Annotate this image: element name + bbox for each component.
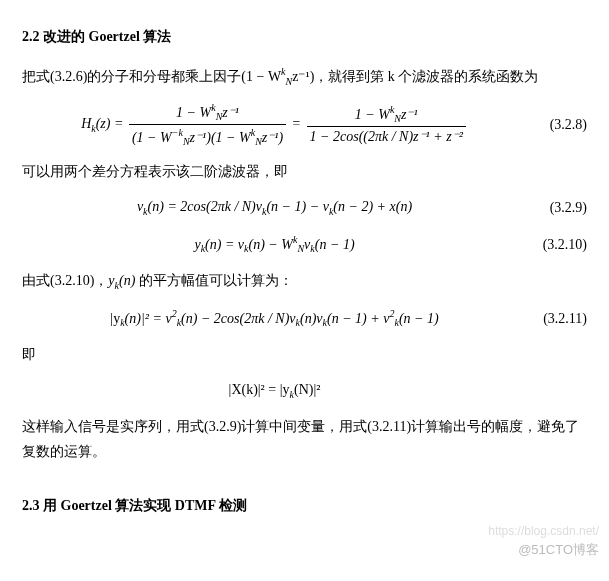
equation-final: |X(k)|² = |yk(N)|² xyxy=(22,377,527,404)
eq328-num2-sub: N xyxy=(394,113,401,124)
eq3211-lhs: |y xyxy=(110,310,120,325)
eq328-frac1: 1 − WkNz⁻¹ (1 − W−kNz⁻¹)(1 − WkNz⁻¹) xyxy=(129,101,286,149)
equation-3-2-9-row: vk(n) = 2cos(2πk / N)vk(n − 1) − vk(n − … xyxy=(22,194,587,221)
eq3211-b4: (n − 1) xyxy=(399,310,439,325)
eqf-e: (N)|² xyxy=(294,382,320,397)
eq3211-b1: (n) − 2cos(2πk / N)v xyxy=(181,310,295,325)
eqf-t: |X(k)|² = |y xyxy=(229,382,290,397)
equation-3-2-10: yk(n) = vk(n) − WkNvk(n − 1) xyxy=(22,231,527,258)
section-2-2-heading: 2.2 改进的 Goertzel 算法 xyxy=(22,24,587,49)
eq328-lhs-arg: (z) = xyxy=(96,116,127,131)
eq328-lhs: H xyxy=(81,116,91,131)
section-2-3-heading: 2.3 用 Goertzel 算法实现 DTMF 检测 xyxy=(22,493,587,518)
eq328-den1a-sub: N xyxy=(183,137,190,148)
para-p5: 这样输入信号是实序列，用式(3.2.9)计算中间变量，用式(3.2.11)计算输… xyxy=(22,414,587,464)
para-p3: 由式(3.2.10)，yk(n) 的平方幅值可以计算为： xyxy=(22,268,587,295)
eq328-den1b-sub: N xyxy=(255,137,262,148)
equation-3-2-11-row: |yk(n)|² = v2k(n) − 2cos(2πk / N)vk(n)vk… xyxy=(22,305,587,332)
equation-3-2-11: |yk(n)|² = v2k(n) − 2cos(2πk / N)vk(n)vk… xyxy=(22,305,527,332)
p1-a: 把式(3.2.6)的分子和分母都乘上因子 xyxy=(22,69,241,84)
p1-factor: (1 − W xyxy=(241,69,281,84)
eq329-b1: (n) = 2cos(2πk / N)v xyxy=(148,199,262,214)
eq329-b3: (n − 2) + x(n) xyxy=(333,199,412,214)
eq328-num2: 1 − W xyxy=(355,106,390,121)
eq3211-b3: (n − 1) + v xyxy=(327,310,389,325)
p3ya: (n) xyxy=(119,273,135,288)
p3a: 由式(3.2.10)， xyxy=(22,273,108,288)
eq3210-b1: (n) = v xyxy=(205,236,244,251)
eq328-den2: 1 − 2cos((2πk / N)z⁻¹ + z⁻² xyxy=(307,127,466,146)
eq328-den1a-sup: −k xyxy=(172,127,183,138)
eq3210-b2: (n) − W xyxy=(249,236,293,251)
equation-3-2-8-row: Hk(z) = 1 − WkNz⁻¹ (1 − W−kNz⁻¹)(1 − WkN… xyxy=(22,101,587,149)
equation-3-2-8: Hk(z) = 1 − WkNz⁻¹ (1 − W−kNz⁻¹)(1 − WkN… xyxy=(22,101,527,149)
equation-3-2-8-number: (3.2.8) xyxy=(527,112,587,137)
eq328-num1-end: z⁻¹ xyxy=(222,104,239,119)
p1-b: ，就得到第 k 个滤波器的系统函数为 xyxy=(314,69,538,84)
eq328-den1a: (1 − W xyxy=(132,130,172,145)
para-p4: 即 xyxy=(22,342,587,367)
equation-3-2-10-row: yk(n) = vk(n) − WkNvk(n − 1) (3.2.10) xyxy=(22,231,587,258)
watermark-51cto: @51CTO博客 xyxy=(518,538,599,550)
eq328-num1: 1 − W xyxy=(176,104,211,119)
eq3211-b2: (n)v xyxy=(300,310,323,325)
watermark-csdn: https://blog.csdn.net/ xyxy=(488,521,599,543)
p3b: 的平方幅值可以计算为： xyxy=(135,273,293,288)
eq328-den1b-end: z⁻¹) xyxy=(262,130,283,145)
para-p2: 可以用两个差分方程表示该二阶滤波器，即 xyxy=(22,159,587,184)
equation-3-2-9: vk(n) = 2cos(2πk / N)vk(n − 1) − vk(n − … xyxy=(22,194,527,221)
eq3210-b4: (n − 1) xyxy=(315,236,355,251)
eq328-den1a-end: z⁻¹)(1 − W xyxy=(190,130,251,145)
para-intro: 把式(3.2.6)的分子和分母都乘上因子(1 − WkNz⁻¹)，就得到第 k … xyxy=(22,63,587,90)
equation-final-row: |X(k)|² = |yk(N)|² xyxy=(22,377,587,404)
equation-3-2-9-number: (3.2.9) xyxy=(527,195,587,220)
eq328-eq: = xyxy=(292,116,305,131)
eq328-num2-end: z⁻¹ xyxy=(401,106,418,121)
equation-3-2-10-number: (3.2.10) xyxy=(527,232,587,257)
eq329-b2: (n − 1) − v xyxy=(266,199,328,214)
equation-3-2-11-number: (3.2.11) xyxy=(527,306,587,331)
p1-factor-end: z⁻¹) xyxy=(292,69,314,84)
eq3211-lhs2: (n)|² = v xyxy=(125,310,172,325)
eq328-frac2: 1 − WkNz⁻¹ 1 − 2cos((2πk / N)z⁻¹ + z⁻² xyxy=(307,103,466,147)
